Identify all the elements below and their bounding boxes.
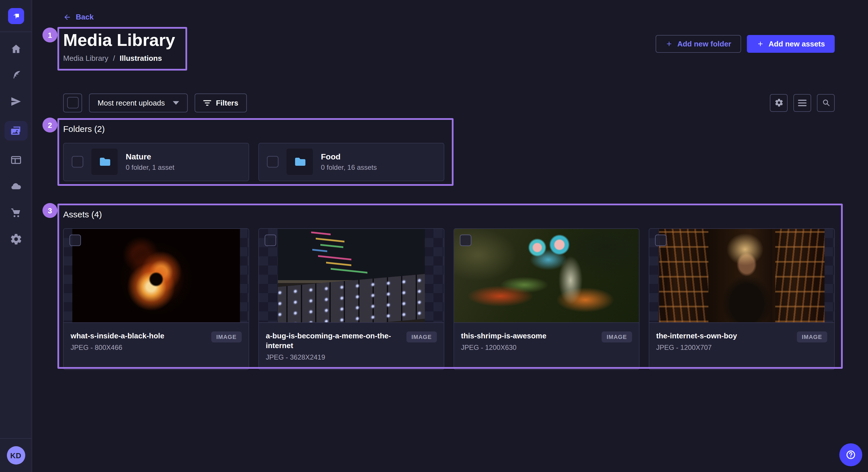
asset-checkbox[interactable]	[69, 234, 81, 246]
home-icon	[9, 42, 22, 55]
strapi-logo[interactable]	[8, 8, 24, 24]
sidebar-item-home[interactable]	[9, 42, 23, 56]
folders-section: Folders (2) Nature 0 folder, 1 asset	[63, 124, 835, 181]
sidebar-item-content-type-builder[interactable]	[9, 153, 23, 167]
asset-info: a-bug-is-becoming-a-meme-on-the-internet…	[259, 323, 444, 369]
folder-card-nature[interactable]: Nature 0 folder, 1 asset	[63, 142, 249, 181]
sidebar-item-deploy[interactable]	[9, 179, 23, 193]
sidebar-item-marketplace[interactable]	[9, 206, 23, 220]
sort-select-value: Most recent uploads	[98, 98, 165, 107]
breadcrumb-root[interactable]: Media Library	[63, 54, 108, 62]
asset-title: this-shrimp-is-awesome	[461, 331, 596, 340]
sidebar: KD	[0, 0, 32, 472]
folders-heading: Folders (2)	[63, 124, 835, 133]
black-hole-image	[72, 229, 240, 322]
assets-grid: what-s-inside-a-black-hole JPEG - 800X46…	[63, 228, 835, 370]
list-icon	[798, 99, 807, 106]
folder-name: Nature	[126, 152, 174, 161]
cart-icon	[9, 206, 22, 219]
user-avatar[interactable]: KD	[7, 446, 25, 465]
add-new-folder-button[interactable]: Add new folder	[656, 35, 741, 53]
media-library-icon	[9, 125, 22, 137]
asset-checkbox[interactable]	[265, 234, 276, 246]
asset-info: this-shrimp-is-awesome JPEG - 1200X630 I…	[454, 323, 639, 369]
asset-card-shrimp[interactable]: this-shrimp-is-awesome JPEG - 1200X630 I…	[454, 228, 640, 370]
gear-icon	[774, 98, 783, 107]
asset-title: a-bug-is-becoming-a-meme-on-the-internet	[266, 331, 400, 350]
avatar-initials: KD	[10, 451, 21, 460]
sidebar-nav	[4, 32, 27, 246]
folder-icon	[98, 155, 112, 169]
asset-checkbox[interactable]	[655, 234, 666, 246]
folder-checkbox[interactable]	[267, 156, 278, 167]
help-icon	[845, 449, 857, 461]
filters-button[interactable]: Filters	[195, 93, 247, 112]
folder-meta: Food 0 folder, 16 assets	[321, 152, 377, 171]
asset-card-black-hole[interactable]: what-s-inside-a-black-hole JPEG - 800X46…	[63, 228, 249, 370]
add-new-assets-label: Add new assets	[768, 39, 825, 48]
folder-counts: 0 folder, 16 assets	[321, 164, 377, 171]
strapi-logo-icon	[8, 8, 24, 24]
help-button[interactable]	[839, 443, 862, 466]
asset-meta: JPEG - 1200X707	[656, 343, 791, 351]
gear-icon	[9, 233, 22, 245]
back-label: Back	[76, 12, 94, 21]
view-settings-button[interactable]	[770, 94, 787, 111]
folder-icon-wrap	[286, 148, 313, 175]
toolbar-left: Most recent uploads Filters	[63, 93, 247, 112]
sidebar-item-settings[interactable]	[9, 232, 23, 246]
asset-info: what-s-inside-a-black-hole JPEG - 800X46…	[64, 323, 249, 369]
cloud-icon	[9, 180, 22, 193]
arrow-left-icon	[63, 13, 71, 21]
add-new-assets-button[interactable]: Add new assets	[747, 35, 835, 53]
asset-meta: JPEG - 800X466	[71, 343, 205, 351]
asset-meta: JPEG - 1200X630	[461, 343, 596, 351]
page-header: Media Library Media Library / Illustrati…	[63, 30, 835, 62]
add-new-folder-label: Add new folder	[677, 39, 732, 48]
asset-type-badge: IMAGE	[601, 331, 632, 342]
library-portrait-image	[659, 229, 825, 322]
chevron-down-icon	[173, 101, 179, 105]
plus-icon	[756, 40, 764, 47]
sidebar-item-media-library[interactable]	[4, 121, 27, 140]
folder-checkbox[interactable]	[72, 156, 83, 167]
folder-card-food[interactable]: Food 0 folder, 16 assets	[258, 142, 444, 181]
search-button[interactable]	[817, 94, 835, 111]
search-icon	[821, 98, 830, 107]
asset-title: what-s-inside-a-black-hole	[71, 331, 205, 340]
assets-heading: Assets (4)	[63, 209, 835, 219]
feather-icon	[9, 69, 22, 81]
asset-card-bug-meme[interactable]: a-bug-is-becoming-a-meme-on-the-internet…	[258, 228, 444, 370]
filter-icon	[203, 100, 211, 106]
asset-thumbnail	[649, 229, 834, 323]
breadcrumb-current: Illustrations	[120, 54, 162, 62]
sidebar-item-content-manager[interactable]	[9, 68, 23, 82]
asset-info: the-internet-s-own-boy JPEG - 1200X707 I…	[649, 323, 834, 369]
list-view-button[interactable]	[794, 94, 811, 111]
paper-plane-icon	[9, 95, 22, 108]
sidebar-item-releases[interactable]	[9, 95, 23, 108]
select-all-checkbox[interactable]	[63, 93, 82, 112]
header-actions: Add new folder Add new assets	[656, 35, 835, 53]
folders-grid: Nature 0 folder, 1 asset Food 0 folder, …	[63, 142, 835, 181]
asset-thumbnail	[64, 229, 249, 323]
asset-thumbnail	[259, 229, 444, 323]
asset-title: the-internet-s-own-boy	[656, 331, 791, 340]
breadcrumb-separator: /	[113, 54, 115, 62]
breadcrumb: Media Library / Illustrations	[63, 54, 175, 62]
main-content: Back Media Library Media Library / Illus…	[32, 0, 868, 472]
asset-card-internets-own-boy[interactable]: the-internet-s-own-boy JPEG - 1200X707 I…	[649, 228, 835, 370]
folder-meta: Nature 0 folder, 1 asset	[126, 152, 174, 171]
filters-label: Filters	[216, 98, 238, 107]
laptop-code-image	[278, 229, 425, 322]
folder-icon	[293, 155, 307, 169]
asset-checkbox[interactable]	[460, 234, 471, 246]
plus-icon	[665, 40, 673, 47]
checkbox	[67, 97, 79, 108]
sidebar-footer: KD	[0, 438, 32, 472]
title-block: Media Library Media Library / Illustrati…	[63, 30, 175, 62]
sort-select[interactable]: Most recent uploads	[89, 93, 188, 112]
asset-thumbnail	[454, 229, 639, 323]
back-link[interactable]: Back	[63, 12, 94, 21]
folder-counts: 0 folder, 1 asset	[126, 164, 174, 171]
